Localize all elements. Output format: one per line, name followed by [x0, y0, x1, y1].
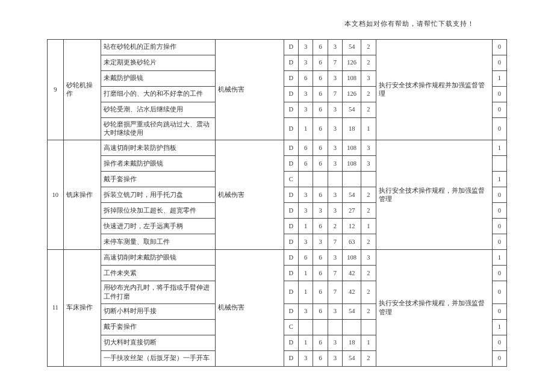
- cell-v4: 54: [343, 40, 361, 55]
- cell-v3: 7: [328, 281, 342, 303]
- cell-v1: 3: [298, 303, 313, 319]
- group-index: 11: [48, 250, 64, 366]
- cell-last: 1: [492, 319, 506, 335]
- cell-desc: 切断小料时用手接: [101, 303, 216, 319]
- cell-d: D: [284, 219, 298, 234]
- cell-last: 0: [492, 102, 506, 118]
- cell-v1: 6: [298, 250, 313, 266]
- cell-v3: 3: [328, 350, 342, 366]
- cell-v1: 1: [298, 118, 313, 140]
- cell-last: 0: [492, 87, 506, 102]
- cell-v4: 54: [343, 303, 361, 319]
- cell-v5: 2: [361, 55, 376, 71]
- cell-v1: 1: [298, 219, 313, 234]
- cell-v1: 1: [298, 335, 313, 350]
- cell-v3: 3: [328, 140, 342, 156]
- cell-v1: 6: [298, 140, 313, 156]
- cell-desc: 砂轮受潮、沾水后继续使用: [101, 102, 216, 118]
- cell-v4: 42: [343, 281, 361, 303]
- group-index: 9: [48, 40, 64, 140]
- cell-v2: 6: [313, 102, 328, 118]
- group-op: 铣床操作: [63, 140, 101, 250]
- cell-v4: 54: [343, 350, 361, 366]
- cell-last: 0: [492, 335, 506, 350]
- cell-v5: 2: [361, 40, 376, 55]
- cell-v2: 6: [313, 156, 328, 172]
- cell-desc: 一手扶攻丝架（后扳牙架）一手开车: [101, 350, 216, 366]
- cell-d: D: [284, 203, 298, 219]
- cell-v5: 2: [361, 266, 376, 281]
- cell-last: [492, 156, 506, 172]
- cell-v1: 1: [298, 281, 313, 303]
- cell-desc: 打磨细小的、大的和不好拿的工件: [101, 87, 216, 102]
- cell-d: C: [284, 172, 298, 187]
- cell-desc: 站在砂轮机的正前方操作: [101, 40, 216, 55]
- cell-desc: 用砂布光内孔时，将手指或手臂伸进工件打磨: [101, 281, 216, 303]
- cell-v5: 2: [361, 87, 376, 102]
- cell-v1: 3: [298, 234, 313, 250]
- cell-v5: 2: [361, 281, 376, 303]
- cell-v5: 2: [361, 234, 376, 250]
- cell-last: 0: [492, 303, 506, 319]
- cell-d: D: [284, 140, 298, 156]
- cell-v4: 63: [343, 234, 361, 250]
- cell-v3: 7: [328, 87, 342, 102]
- cell-d: D: [284, 234, 298, 250]
- cell-v2: 3: [313, 234, 328, 250]
- cell-d: D: [284, 156, 298, 172]
- risk-table-wrap: 9 砂轮机操作 站在砂轮机的正前方操作 机械伤害 D 3 6 3 54 2 执行…: [0, 39, 554, 367]
- cell-v3: 3: [328, 187, 342, 203]
- cell-desc: 工件未夹紧: [101, 266, 216, 281]
- cell-v5: 1: [361, 335, 376, 350]
- cell-v2: 6: [313, 118, 328, 140]
- cell-d: D: [284, 281, 298, 303]
- cell-last: 0: [492, 203, 506, 219]
- cell-last: 0: [492, 55, 506, 71]
- group-op: 砂轮机操作: [63, 40, 101, 140]
- cell-v2: [313, 172, 328, 187]
- cell-v3: 3: [328, 250, 342, 266]
- cell-d: D: [284, 55, 298, 71]
- cell-v3: 3: [328, 303, 342, 319]
- cell-v5: 3: [361, 140, 376, 156]
- cell-v3: 3: [328, 118, 342, 140]
- cell-v2: 6: [313, 71, 328, 87]
- cell-v1: [298, 319, 313, 335]
- cell-v3: 7: [328, 266, 342, 281]
- cell-d: D: [284, 102, 298, 118]
- group-index: 10: [48, 140, 64, 250]
- cell-v4: 126: [343, 87, 361, 102]
- cell-v4: [343, 172, 361, 187]
- cell-d: D: [284, 87, 298, 102]
- cell-desc: 切大料时直接切断: [101, 335, 216, 350]
- cell-v3: [328, 319, 342, 335]
- cell-desc: 未戴防护眼镜: [101, 71, 216, 87]
- cell-v1: 6: [298, 156, 313, 172]
- cell-v2: 6: [313, 335, 328, 350]
- cell-d: D: [284, 266, 298, 281]
- cell-desc: 砂轮磨损严重或径向跳动过大、震动大时继续使用: [101, 118, 216, 140]
- cell-v4: 54: [343, 102, 361, 118]
- cell-last: 1: [492, 71, 506, 87]
- cell-v2: 3: [313, 203, 328, 219]
- cell-v4: 108: [343, 71, 361, 87]
- group-hazard: 机械伤害: [216, 140, 284, 250]
- cell-v1: 3: [298, 40, 313, 55]
- cell-desc: 未停车测量、取卸工件: [101, 234, 216, 250]
- cell-v2: 6: [313, 219, 328, 234]
- cell-v5: 2: [361, 350, 376, 366]
- risk-table: 9 砂轮机操作 站在砂轮机的正前方操作 机械伤害 D 3 6 3 54 2 执行…: [47, 39, 507, 367]
- cell-v2: 6: [313, 187, 328, 203]
- cell-v2: 6: [313, 303, 328, 319]
- cell-v1: 6: [298, 71, 313, 87]
- cell-last: 1: [492, 250, 506, 266]
- cell-v3: 3: [328, 335, 342, 350]
- cell-v3: 3: [328, 102, 342, 118]
- cell-v5: 3: [361, 71, 376, 87]
- cell-d: D: [284, 40, 298, 55]
- cell-desc: 戴手套操作: [101, 172, 216, 187]
- cell-v3: 2: [328, 219, 342, 234]
- cell-v1: 3: [298, 203, 313, 219]
- cell-v4: 12: [343, 219, 361, 234]
- cell-v2: 6: [313, 87, 328, 102]
